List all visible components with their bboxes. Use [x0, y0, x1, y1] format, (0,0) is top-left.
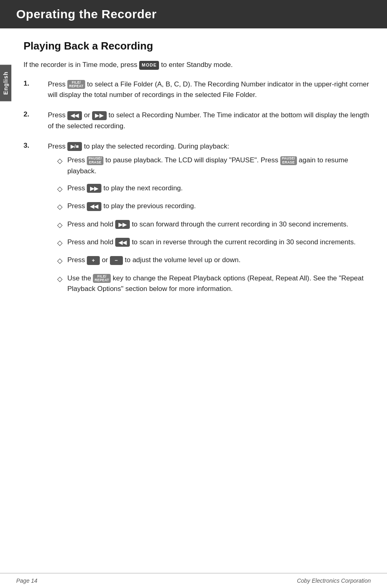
- sub-content-volume: Press + or − to adjust the volume level …: [67, 255, 371, 265]
- sub-item-scan-rev: ◇ Press and hold ◀◀ to scan in reverse t…: [48, 237, 371, 248]
- mode-key-button: MODE: [139, 61, 159, 70]
- intro-paragraph: If the recorder is in Time mode, press M…: [24, 60, 371, 70]
- sub-item-scan-fwd: ◇ Press and hold ▶▶ to scan forward thro…: [48, 219, 371, 230]
- sub-item-repeat: ◇ Use the FILE/REPEAT key to change the …: [48, 273, 371, 295]
- step-1: 1. Press FILE/REPEAT to select a File Fo…: [24, 79, 371, 101]
- step-2-press-label: Press: [48, 111, 67, 119]
- step-3: 3. Press ▶/■ to play the selected record…: [24, 141, 371, 301]
- diamond-5: ◇: [48, 237, 67, 248]
- diamond-1: ◇: [48, 155, 67, 166]
- diamond-6: ◇: [48, 255, 67, 266]
- header-bar: Operating the Recorder: [0, 0, 387, 28]
- diamond-2: ◇: [48, 183, 67, 194]
- sub-content-scan-fwd: Press and hold ▶▶ to scan forward throug…: [67, 219, 371, 230]
- file-repeat-key-2: FILE/REPEAT: [93, 274, 111, 283]
- pause-erase-key-2: PAUSE/ERASE: [280, 156, 297, 165]
- step-3-text: to play the selected recording. During p…: [84, 142, 229, 150]
- next-key-step2: ▶▶: [92, 111, 107, 120]
- side-tab-english: English: [0, 65, 11, 101]
- diamond-4: ◇: [48, 219, 67, 230]
- prev-key-step2: ◀◀: [67, 111, 82, 120]
- step-1-press-label: Press: [48, 80, 67, 88]
- sub-content-pause: Press PAUSE/ERASE to pause playback. The…: [67, 155, 371, 177]
- prev-key-sub: ◀◀: [87, 202, 101, 211]
- step-1-num: 1.: [24, 79, 48, 88]
- file-repeat-key-1: FILE/REPEAT: [67, 80, 85, 89]
- play-stop-key: ▶/■: [67, 142, 82, 151]
- sub-content-repeat: Use the FILE/REPEAT key to change the Re…: [67, 273, 371, 295]
- sub-content-scan-rev: Press and hold ◀◀ to scan in reverse thr…: [67, 237, 371, 248]
- step-2-num: 2.: [24, 110, 48, 118]
- sub-item-next: ◇ Press ▶▶ to play the next recording.: [48, 183, 371, 194]
- sub-item-pause: ◇ Press PAUSE/ERASE to pause playback. T…: [48, 155, 371, 177]
- main-steps-list: 1. Press FILE/REPEAT to select a File Fo…: [24, 79, 371, 301]
- sub-list: ◇ Press PAUSE/ERASE to pause playback. T…: [48, 155, 371, 294]
- next-key-sub: ▶▶: [87, 184, 101, 193]
- step-1-content: Press FILE/REPEAT to select a File Folde…: [48, 79, 371, 101]
- step-2: 2. Press ◀◀ or ▶▶ to select a Recording …: [24, 110, 371, 131]
- rev-hold-key: ◀◀: [115, 238, 130, 247]
- step-3-num: 3.: [24, 141, 48, 150]
- footer-company: Coby Electronics Corporation: [297, 577, 371, 584]
- sub-item-volume: ◇ Press + or − to adjust the volume leve…: [48, 255, 371, 266]
- step-3-content: Press ▶/■ to play the selected recording…: [48, 141, 371, 301]
- diamond-3: ◇: [48, 201, 67, 212]
- footer: Page 14 Coby Electronics Corporation: [0, 573, 387, 588]
- footer-page: Page 14: [16, 577, 37, 584]
- sub-content-next: Press ▶▶ to play the next recording.: [67, 183, 371, 194]
- sub-content-prev: Press ◀◀ to play the previous recording.: [67, 201, 371, 211]
- minus-key: −: [110, 256, 123, 265]
- fwd-hold-key: ▶▶: [115, 220, 130, 229]
- step-2-content: Press ◀◀ or ▶▶ to select a Recording Num…: [48, 110, 371, 131]
- plus-key: +: [87, 256, 100, 265]
- main-content: Playing Back a Recording If the recorder…: [0, 28, 387, 335]
- diamond-7: ◇: [48, 273, 67, 284]
- sub-item-prev: ◇ Press ◀◀ to play the previous recordin…: [48, 201, 371, 212]
- pause-erase-key-1: PAUSE/ERASE: [87, 156, 103, 165]
- step-1-text: to select a File Folder (A, B, C, D). Th…: [48, 80, 369, 99]
- section-title: Playing Back a Recording: [24, 40, 371, 52]
- page-title: Operating the Recorder: [16, 7, 157, 21]
- step-3-press-label: Press: [48, 142, 67, 150]
